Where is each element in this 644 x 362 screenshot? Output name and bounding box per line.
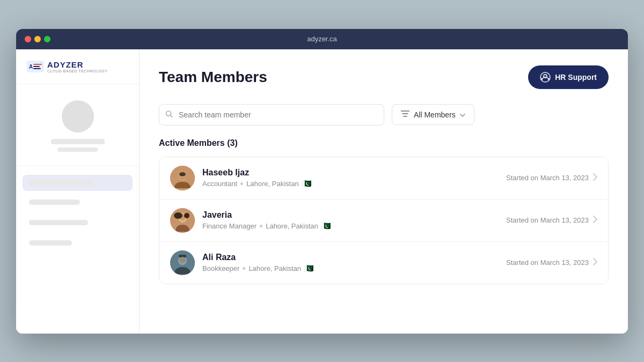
sidebar: A ADYZER CLOUD-BASED TECHNOLOGY [16, 49, 140, 334]
sidebar-user-avatar [62, 100, 94, 132]
sidebar-nav [16, 175, 139, 252]
browser-titlebar: adyzer.ca [16, 29, 628, 49]
member-location-haseeb: Lahore, Pakistan [246, 180, 299, 188]
search-icon [165, 110, 173, 119]
nav-item-skeleton-3 [29, 220, 88, 225]
member-name-ali: Ali Raza [202, 253, 506, 262]
hr-support-label: HR Support [555, 73, 597, 82]
member-started-haseeb: Started on March 13, 2023 [506, 174, 589, 182]
member-avatar-haseeb [170, 166, 195, 190]
svg-point-20 [184, 213, 189, 218]
chevron-right-icon [593, 258, 597, 268]
nav-item-skeleton-1 [29, 180, 93, 186]
member-avatar-javeria [170, 208, 195, 233]
member-location-javeria: Lahore, Pakistan [266, 222, 318, 230]
logo-box: A ADYZER CLOUD-BASED TECHNOLOGY [27, 60, 128, 73]
member-flag-ali: 🇵🇰 [304, 264, 313, 272]
svg-rect-4 [33, 68, 41, 69]
member-name-javeria: Javeria [202, 210, 506, 220]
table-row[interactable]: Javeria Finance Manager Lahore, Pakistan… [159, 200, 608, 242]
svg-text:A: A [29, 64, 33, 70]
logo-main-text: ADYZER [47, 60, 107, 69]
member-details-javeria: Finance Manager Lahore, Pakistan 🇵🇰 [202, 221, 506, 230]
adyzer-logo-icon: A [27, 61, 44, 72]
member-meta-haseeb: Started on March 13, 2023 [506, 173, 597, 183]
filter-icon [401, 110, 409, 119]
chevron-right-icon [593, 173, 597, 183]
skeleton-role [57, 147, 98, 152]
main-content: Team Members HR Support [140, 49, 628, 334]
member-info-ali: Ali Raza Bookkeeper Lahore, Pakistan 🇵🇰 [202, 253, 506, 272]
dot-separator [260, 225, 262, 227]
member-info-javeria: Javeria Finance Manager Lahore, Pakistan… [202, 210, 506, 230]
filter-dropdown[interactable]: All Members [392, 104, 474, 125]
logo-sub-text: CLOUD-BASED TECHNOLOGY [47, 69, 107, 73]
section-title: Active Members (3) [159, 138, 609, 148]
svg-point-19 [174, 212, 182, 219]
member-started-ali: Started on March 13, 2023 [506, 258, 589, 267]
svg-rect-2 [33, 64, 42, 65]
table-row[interactable]: Haseeb Ijaz Accountant Lahore, Pakistan … [159, 157, 608, 200]
member-flag-haseeb: 🇵🇰 [302, 179, 311, 188]
member-meta-ali: Started on March 13, 2023 [506, 258, 597, 268]
skeleton-name [51, 139, 105, 144]
chevron-down-icon [460, 111, 465, 119]
browser-dots [25, 36, 50, 42]
member-meta-javeria: Started on March 13, 2023 [506, 216, 597, 225]
search-input[interactable] [159, 104, 384, 125]
svg-point-15 [179, 172, 186, 176]
hr-support-button[interactable]: HR Support [528, 65, 609, 89]
hr-support-icon [540, 72, 551, 83]
dot-yellow[interactable] [34, 36, 41, 42]
member-details-ali: Bookkeeper Lahore, Pakistan 🇵🇰 [202, 264, 506, 272]
chevron-right-icon [593, 216, 597, 225]
member-role-ali: Bookkeeper [202, 264, 239, 272]
member-name-haseeb: Haseeb Ijaz [202, 168, 506, 178]
avatar-ali-svg [170, 250, 195, 275]
app-container: A ADYZER CLOUD-BASED TECHNOLOGY [16, 49, 628, 334]
search-box [159, 104, 384, 125]
browser-window: adyzer.ca A ADYZER CLOUD-BASED [16, 29, 628, 334]
dot-green[interactable] [44, 36, 50, 42]
search-filter-row: All Members [159, 104, 609, 125]
filter-label: All Members [414, 110, 456, 119]
avatar-javeria-svg [170, 208, 195, 233]
svg-rect-3 [33, 66, 40, 67]
member-role-javeria: Finance Manager [202, 222, 257, 230]
dot-separator [243, 267, 245, 270]
members-list: Haseeb Ijaz Accountant Lahore, Pakistan … [159, 157, 609, 284]
member-details-haseeb: Accountant Lahore, Pakistan 🇵🇰 [202, 179, 506, 188]
svg-line-7 [171, 115, 173, 117]
nav-item-skeleton-4 [29, 240, 72, 246]
member-info-haseeb: Haseeb Ijaz Accountant Lahore, Pakistan … [202, 168, 506, 188]
member-flag-javeria: 🇵🇰 [321, 221, 331, 230]
nav-item-skeleton-2 [29, 200, 80, 205]
headset-icon [541, 73, 550, 82]
page-header: Team Members HR Support [159, 65, 609, 89]
member-avatar-ali [170, 250, 195, 275]
sidebar-logo: A ADYZER CLOUD-BASED TECHNOLOGY [16, 60, 139, 84]
member-role-haseeb: Accountant [202, 180, 237, 188]
sidebar-avatar-section [16, 95, 139, 166]
table-row[interactable]: Ali Raza Bookkeeper Lahore, Pakistan 🇵🇰 … [159, 242, 608, 284]
sidebar-item-active[interactable] [23, 175, 133, 191]
avatar-haseeb-svg [170, 166, 195, 190]
browser-url: adyzer.ca [307, 35, 337, 43]
member-location-ali: Lahore, Pakistan [248, 264, 301, 272]
dot-red[interactable] [25, 36, 31, 42]
svg-point-25 [180, 257, 185, 262]
logo-text-block: ADYZER CLOUD-BASED TECHNOLOGY [47, 60, 107, 73]
dot-separator [240, 182, 243, 185]
page-title: Team Members [159, 69, 267, 86]
member-started-javeria: Started on March 13, 2023 [506, 216, 589, 224]
